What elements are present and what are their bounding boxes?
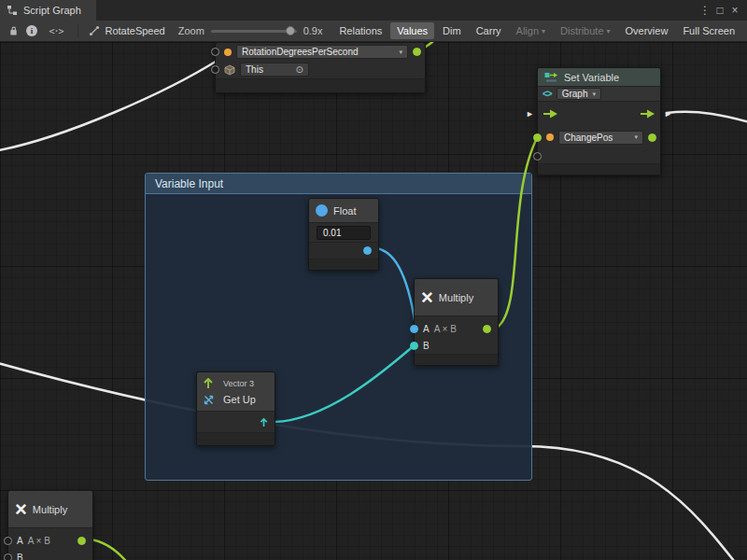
vector3-up-icon — [203, 378, 214, 389]
chevron-down-icon: ▾ — [634, 133, 638, 141]
node-header: Float — [309, 199, 378, 223]
port-row-b: B — [8, 549, 92, 560]
port-value-out[interactable] — [413, 48, 421, 56]
carry-button[interactable]: Carry — [470, 22, 508, 39]
window-controls: ⋮ □ × — [698, 0, 747, 21]
zoom-slider[interactable] — [211, 30, 297, 33]
port-in[interactable] — [211, 48, 219, 56]
chevron-down-icon: ▾ — [399, 49, 402, 56]
node-body — [415, 354, 498, 365]
info-icon[interactable]: i — [22, 22, 40, 39]
close-icon[interactable]: × — [727, 0, 742, 21]
port-b-label: B — [17, 553, 23, 560]
port-row-b: B — [415, 337, 498, 354]
graph-canvas[interactable]: Variable Input RotationDegreesPerSecond … — [0, 42, 747, 560]
port-value-out[interactable] — [363, 246, 372, 255]
overview-button[interactable]: Overview — [619, 22, 675, 39]
group-title: Variable Input — [155, 177, 223, 190]
graph-breadcrumb[interactable]: RotateSpeed — [83, 25, 170, 36]
value-row: 0.01 — [309, 223, 378, 242]
scope-dropdown[interactable]: Graph ▾ — [557, 88, 601, 100]
dim-button[interactable]: Dim — [436, 22, 468, 39]
multiply-icon: × — [15, 499, 27, 520]
port-b-in[interactable] — [410, 342, 418, 350]
node-body — [538, 163, 660, 175]
port-in[interactable] — [533, 152, 542, 161]
node-multiply-2[interactable]: × Multiply A A × B B — [7, 490, 93, 560]
float-value-input[interactable]: 0.01 — [317, 226, 371, 240]
variable-name-dropdown[interactable]: ChangePos ▾ — [558, 131, 643, 145]
node-set-variable[interactable]: Set Variable <> Graph ▾ ► — [537, 67, 661, 175]
port-value-out[interactable] — [648, 133, 656, 142]
tab-script-graph[interactable]: Script Graph — [0, 0, 96, 21]
wire-white-to-get-variable[interactable] — [0, 60, 218, 151]
lock-icon[interactable] — [5, 22, 22, 39]
port-row — [309, 242, 378, 259]
node-title: Multiply — [33, 504, 67, 515]
gameobject-cube-icon — [224, 64, 235, 76]
object-picker-icon[interactable]: ⊙ — [296, 64, 303, 75]
port-in[interactable] — [211, 65, 219, 74]
port-a-label: A — [17, 536, 23, 546]
port-row-a: A A × B — [8, 532, 92, 549]
graph-asset-icon — [89, 25, 100, 36]
window-menu-icon[interactable]: ⋮ — [698, 0, 712, 21]
chevron-down-icon: ▾ — [592, 91, 596, 98]
node-title: Float — [333, 205, 356, 217]
port-result-out[interactable] — [483, 325, 491, 333]
node-get-up[interactable]: Vector 3 Get Up — [196, 371, 275, 446]
script-graph-window: Script Graph ⋮ □ × i <·> R — [0, 0, 747, 560]
values-button[interactable]: Values — [390, 22, 434, 39]
wire-green-multiply2-out[interactable] — [90, 539, 130, 560]
variable-name-dropdown[interactable]: RotationDegreesPerSecond ▾ — [236, 45, 408, 59]
node-get-variable[interactable]: RotationDegreesPerSecond ▾ This ⊙ — [215, 42, 426, 93]
port-a-label: A — [423, 324, 430, 334]
port-value-in[interactable] — [533, 133, 542, 142]
flow-wire-arrow-out: ► — [664, 109, 672, 119]
connections-toggle-icon[interactable]: <·> — [41, 22, 72, 39]
zoom-slider-handle[interactable] — [286, 26, 295, 35]
extra-port-row — [538, 148, 660, 163]
port-b-in[interactable] — [4, 553, 12, 560]
node-multiply[interactable]: × Multiply A A × B B — [414, 278, 499, 366]
float-type-icon — [316, 204, 328, 217]
node-type-label: Vector 3 — [223, 379, 269, 388]
multiply-icon: × — [421, 287, 433, 308]
flow-in-port[interactable] — [543, 109, 558, 119]
scope-row: <> Graph ▾ — [538, 87, 660, 102]
zoom-value: 0.9x — [303, 25, 323, 36]
target-self-field[interactable]: This ⊙ — [240, 63, 309, 77]
port-a-in[interactable] — [410, 325, 418, 333]
node-title: Get Up — [223, 394, 269, 405]
variable-kind-dot — [546, 133, 554, 141]
align-button[interactable]: Align▾ — [510, 22, 552, 39]
node-title: Multiply — [439, 292, 473, 303]
chevron-down-icon: ▾ — [542, 27, 545, 35]
fullscreen-button[interactable]: Full Screen — [676, 22, 741, 39]
port-b-label: B — [423, 341, 430, 351]
port-result-label: A × B — [28, 536, 50, 546]
port-vector-out[interactable] — [259, 417, 269, 427]
wire-white-flow-out[interactable] — [667, 112, 747, 123]
titlebar: Script Graph ⋮ □ × — [0, 0, 747, 21]
script-graph-icon — [7, 5, 18, 16]
maximize-icon[interactable]: □ — [712, 0, 727, 21]
graph-name: RotateSpeed — [105, 25, 164, 36]
relations-button[interactable]: Relations — [332, 22, 388, 39]
distribute-button[interactable]: Distribute▾ — [554, 22, 616, 39]
port-a-in[interactable] — [4, 537, 12, 545]
node-body — [309, 259, 378, 270]
node-body — [197, 432, 275, 445]
port-row — [197, 412, 275, 432]
tab-label: Script Graph — [23, 5, 81, 16]
flow-out-port[interactable] — [640, 109, 655, 119]
group-header[interactable]: Variable Input — [146, 174, 531, 194]
node-body — [216, 78, 425, 92]
flow-row: ► ► — [538, 102, 660, 126]
port-result-label: A × B — [434, 324, 457, 334]
port-result-out[interactable] — [78, 537, 86, 545]
port-row-a: A A × B — [415, 320, 498, 337]
flow-wire-arrow-in: ► — [526, 109, 534, 119]
node-float[interactable]: Float 0.01 — [308, 198, 379, 271]
chevron-down-icon: ▾ — [607, 27, 611, 35]
